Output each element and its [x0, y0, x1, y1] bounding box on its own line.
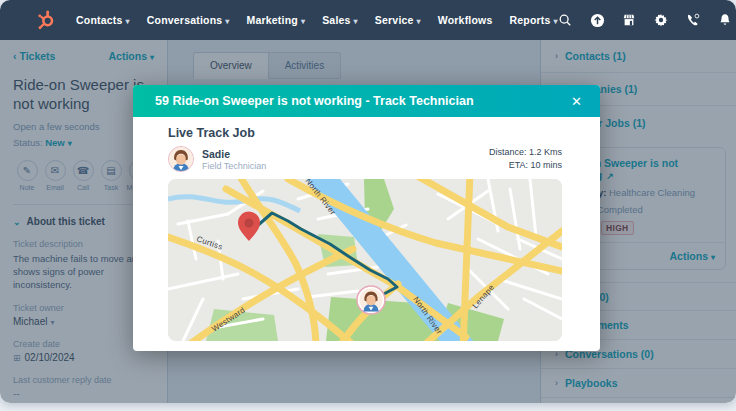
nav-item-marketing[interactable]: Marketing▾: [247, 14, 306, 26]
upgrade-icon[interactable]: [590, 13, 605, 28]
chevron-down-icon: ▾: [417, 17, 421, 26]
marketplace-icon[interactable]: [622, 13, 637, 28]
chevron-down-icon: ▾: [354, 17, 358, 26]
nav-item-contacts[interactable]: Contacts▾: [76, 14, 130, 26]
distance-text: Distance: 1.2 Kms: [489, 146, 562, 159]
technician-marker[interactable]: [357, 286, 385, 314]
technician-row: Sadie Field Technician Distance: 1.2 Kms…: [168, 146, 562, 172]
nav-item-service[interactable]: Service▾: [375, 14, 421, 26]
live-track-job-title: Live Track Job: [168, 126, 562, 140]
chevron-down-icon: ▾: [225, 17, 229, 26]
technician-name: Sadie: [202, 148, 266, 160]
nav-item-workflows[interactable]: Workflows: [438, 14, 493, 26]
track-technician-modal: 59 Ride-on Sweeper is not working - Trac…: [133, 85, 600, 351]
settings-icon[interactable]: [654, 13, 669, 28]
hubspot-logo-icon[interactable]: [36, 10, 56, 30]
close-icon[interactable]: ✕: [567, 92, 586, 111]
chevron-down-icon: ▾: [301, 17, 305, 26]
nav-item-sales[interactable]: Sales▾: [322, 14, 358, 26]
nav-utility-icons: [558, 8, 736, 32]
chevron-down-icon: ▾: [126, 17, 130, 26]
top-nav: Contacts▾ Conversations▾ Marketing▾ Sale…: [0, 0, 736, 40]
search-icon[interactable]: [558, 13, 573, 28]
nav-menu: Contacts▾ Conversations▾ Marketing▾ Sale…: [76, 14, 558, 26]
nav-item-reports[interactable]: Reports▾: [510, 14, 558, 26]
app-window: Contacts▾ Conversations▾ Marketing▾ Sale…: [0, 0, 736, 403]
technician-avatar: [168, 146, 194, 172]
calls-icon[interactable]: [686, 13, 701, 28]
live-track-map[interactable]: North River Curtiss Westward North River…: [168, 179, 562, 341]
modal-body: Live Track Job Sadie Field Technician Di…: [133, 117, 600, 351]
eta-text: ETA: 10 mins: [489, 159, 562, 172]
modal-title: 59 Ride-on Sweeper is not working - Trac…: [155, 94, 567, 108]
technician-role: Field Technician: [202, 161, 266, 171]
modal-header: 59 Ride-on Sweeper is not working - Trac…: [133, 85, 600, 117]
nav-item-conversations[interactable]: Conversations▾: [147, 14, 230, 26]
notifications-icon[interactable]: [718, 13, 733, 28]
